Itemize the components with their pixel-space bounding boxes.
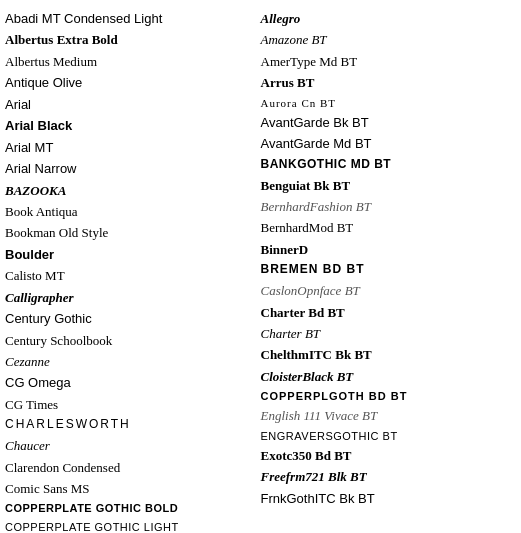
list-item: FrnkGothITC Bk BT [261,488,509,509]
list-item: Antique Olive [5,72,253,93]
list-item: Benguiat Bk BT [261,175,509,196]
left-column: Abadi MT Condensed LightAlbertus Extra B… [5,8,261,533]
list-item: BernhardFashion BT [261,196,509,217]
list-item: AvantGarde Bk BT [261,112,509,133]
list-item: AvantGarde Md BT [261,133,509,154]
list-item: Century Gothic [5,308,253,329]
list-item: Allegro [261,8,509,29]
list-item: CloisterBlack BT [261,366,509,387]
list-item: Cezanne [5,351,253,372]
right-column: AllegroAmazone BTAmerType Md BTArrus BTA… [261,8,517,533]
list-item: CHARLESWORTH [5,415,253,435]
list-item: Aurora Cn BT [261,94,509,112]
list-item: Charter Bd BT [261,302,509,323]
list-item: Calligrapher [5,287,253,308]
list-item: Arial MT [5,137,253,158]
list-item: Arial Black [5,115,253,136]
list-item: Comic Sans MS [5,478,253,499]
list-item: Century Schoolbook [5,330,253,351]
list-item: Arrus BT [261,72,509,93]
font-list-container: Abadi MT Condensed LightAlbertus Extra B… [0,0,521,533]
list-item: BernhardMod BT [261,217,509,238]
list-item: Arial Narrow [5,158,253,179]
list-item: BankGothic Md BT [261,155,509,175]
list-item: Copperplate Gothic Light [5,518,253,533]
list-item: Calisto MT [5,265,253,286]
list-item: Albertus Medium [5,51,253,72]
list-item: Arial [5,94,253,115]
list-item: BAZOOKA [5,180,253,201]
list-item: Book Antiqua [5,201,253,222]
list-item: AmerType Md BT [261,51,509,72]
list-item: Chaucer [5,435,253,456]
list-item: BinnerD [261,239,509,260]
list-item: Bookman Old Style [5,222,253,243]
list-item: Exotc350 Bd BT [261,445,509,466]
list-item: CopperplGoth Bd BT [261,387,509,405]
list-item: Charter BT [261,323,509,344]
list-item: Clarendon Condensed [5,457,253,478]
list-item: CG Omega [5,372,253,393]
list-item: Amazone BT [261,29,509,50]
list-item: Freefrm721 Blk BT [261,466,509,487]
list-item: Abadi MT Condensed Light [5,8,253,29]
list-item: Boulder [5,244,253,265]
list-item: COPPERPLATE GOTHIC BOLD [5,499,253,517]
list-item: BREMEN BD BT [261,260,509,280]
list-item: EngraversGothic BT [261,427,509,445]
list-item: Albertus Extra Bold [5,29,253,50]
list-item: CG Times [5,394,253,415]
list-item: CaslonOpnface BT [261,280,509,301]
list-item: ChelthmITC Bk BT [261,344,509,365]
list-item: English 111 Vivace BT [261,405,509,426]
